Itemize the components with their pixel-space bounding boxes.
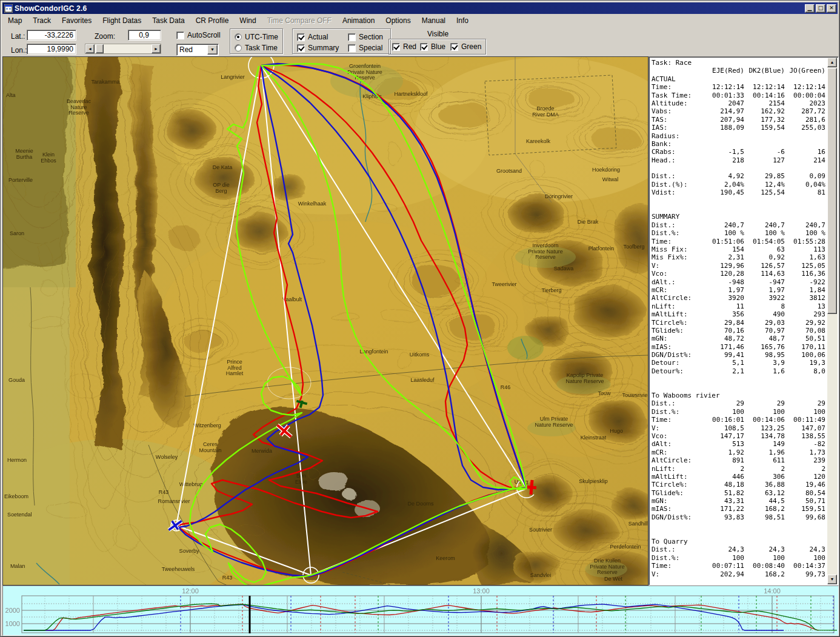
data-row: Detour%:2,11,68,0 <box>652 367 826 375</box>
data-row: mAltLift:446306120 <box>652 473 826 481</box>
checkbox-visible-red[interactable]: Red <box>392 42 416 51</box>
checkbox-icon[interactable] <box>176 32 184 39</box>
checkbox-icon[interactable] <box>297 44 305 52</box>
radio-utc-time[interactable]: UTC-Time <box>235 33 278 41</box>
map-horizontal-scrollbar[interactable]: ◄ ► <box>85 44 161 54</box>
lon-input[interactable]: 19,9990 <box>27 44 76 55</box>
map-place-label: Doringrivier <box>545 193 573 199</box>
map-place-label: Saron <box>10 230 24 236</box>
checkbox-icon[interactable] <box>420 43 428 51</box>
menu-item-track[interactable]: Track <box>27 15 56 27</box>
data-row: CRabs:-1,5-616 <box>652 148 826 156</box>
menu-item-animation[interactable]: Animation <box>337 15 380 27</box>
data-row: DGN/Dist%:93,8398,5199,68 <box>652 513 826 521</box>
radio-icon[interactable] <box>235 44 242 52</box>
data-row: Time:12:12:1412:12:1412:12:14 <box>652 83 826 91</box>
map-place-label: Merwida <box>252 448 272 454</box>
map-place-label: De Doorns <box>407 501 434 507</box>
menu-item-task-data[interactable]: Task Data <box>147 15 190 27</box>
radio-task-time[interactable]: Task Time <box>235 44 278 52</box>
checkbox-icon[interactable] <box>297 33 305 41</box>
checkbox-summary[interactable]: Summary <box>297 44 339 52</box>
checkbox-icon[interactable] <box>392 43 400 51</box>
map-place-label: Tierberg <box>541 287 561 293</box>
data-row: Dist.(%):2,04%12,4%0,04% <box>652 181 826 188</box>
data-row: Vco:147,17134,78138,55 <box>652 432 826 440</box>
map-place-label: Wittebrug <box>179 481 203 487</box>
data-row: TGlide%:51,8263,1280,54 <box>652 489 826 497</box>
map-panel: TarakammaLangrivierGroenfonteinPrivate N… <box>2 56 648 585</box>
data-row: Dist.:292929 <box>652 399 826 407</box>
data-row: Altitude:204721542023 <box>652 99 826 107</box>
map-place-label: Toofberg <box>623 244 644 250</box>
data-row: dAlt:513149-82 <box>652 440 826 448</box>
minimize-button[interactable]: ▁ <box>805 4 815 13</box>
map-place-label: Hugo <box>610 428 623 434</box>
section-header-row: ACTUAL <box>652 75 826 83</box>
hour-tick-label: 12:00 <box>182 587 199 595</box>
scrollbar-thumb[interactable] <box>827 68 837 314</box>
map-place-label: Tweerivier <box>492 281 516 287</box>
dropdown-arrow-icon[interactable]: ▼ <box>207 45 218 55</box>
barogram-panel: 12:0013:0014:0020001000 <box>2 585 839 636</box>
map-canvas[interactable]: TarakammaLangrivierGroenfonteinPrivate N… <box>3 57 648 585</box>
autoscroll-checkbox[interactable]: AutoScroll <box>176 31 221 39</box>
blank-row <box>652 205 826 213</box>
flight-data-text: Task: RaceEJE(Red)DK2(Blue)JO(Green)ACTU… <box>652 59 826 584</box>
checkbox-icon[interactable] <box>348 44 356 52</box>
radio-icon[interactable] <box>235 33 242 41</box>
map-place-label: Kareekolk <box>526 138 551 144</box>
menu-item-manual[interactable]: Manual <box>416 15 451 27</box>
map-place-label: Wolseley <box>156 454 178 460</box>
checkbox-special[interactable]: Special <box>348 44 382 52</box>
data-panel-scrollbar[interactable]: ▲ ▼ <box>827 58 838 584</box>
section-header-row: SUMMARY <box>652 213 826 221</box>
maximize-button[interactable]: □ <box>816 4 825 13</box>
menu-item-info[interactable]: Info <box>451 15 474 27</box>
map-place-label: Grootsand <box>496 168 522 174</box>
menu-item-wind[interactable]: Wind <box>234 15 261 27</box>
barogram-canvas[interactable]: 12:0013:0014:0020001000 <box>3 586 838 635</box>
scroll-up-arrow-icon[interactable]: ▲ <box>827 58 837 67</box>
map-place-label: R43 <box>159 489 169 495</box>
window-title: ShowCondorIGC 2.6 <box>15 4 804 13</box>
map-place-label: R43 <box>222 575 233 581</box>
menu-item-flight-datas[interactable]: Flight Datas <box>97 15 147 27</box>
zoom-input[interactable]: 0,9 <box>128 30 161 41</box>
scroll-right-arrow-icon[interactable]: ► <box>152 44 161 53</box>
menu-item-options[interactable]: Options <box>380 15 416 27</box>
data-row: Time:01:51:0601:54:0501:55:28 <box>652 238 826 245</box>
data-row: mGN:48,7248,750,51 <box>652 335 826 342</box>
checkbox-section[interactable]: Section <box>348 33 383 41</box>
menu-item-cr-profile[interactable]: CR Profile <box>190 15 235 27</box>
checkbox-icon[interactable] <box>450 43 458 51</box>
data-row: Detour:5,13,919,3 <box>652 359 826 367</box>
data-row: Vdist:190,45125,5481 <box>652 188 826 196</box>
data-row: nLift:222 <box>652 465 826 473</box>
zoom-label: Zoom: <box>95 32 115 41</box>
data-row: AltCircle:392039223812 <box>652 294 826 302</box>
checkbox-icon[interactable] <box>348 33 356 41</box>
lat-input[interactable]: -33,2226 <box>27 30 76 41</box>
lat-label: Lat.: <box>11 32 25 41</box>
track-color-dropdown[interactable]: Red ▼ <box>176 44 219 56</box>
menu-item-map[interactable]: Map <box>2 15 27 27</box>
dropdown-value: Red <box>177 45 207 54</box>
scroll-left-arrow-icon[interactable]: ◄ <box>85 44 95 53</box>
map-place-label: Sandhills <box>628 521 648 527</box>
visible-label: Visible <box>427 30 448 38</box>
checkbox-actual[interactable]: Actual <box>297 33 328 41</box>
map-place-label: Hermon <box>7 457 27 463</box>
map-place-label: Alta <box>6 92 16 98</box>
checkbox-visible-blue[interactable]: Blue <box>420 42 445 51</box>
checkbox-visible-green[interactable]: Green <box>450 42 481 51</box>
map-place-label: Sandvlei <box>530 572 552 578</box>
altitude-tick-label: 1000 <box>5 620 20 627</box>
scrollbar-thumb[interactable] <box>96 44 104 53</box>
menu-item-favorites[interactable]: Favorites <box>56 15 97 27</box>
data-row: mCR:1,971,971,84 <box>652 286 826 294</box>
map-place-label: Langrivier <box>221 74 245 80</box>
scroll-down-arrow-icon[interactable]: ▼ <box>827 575 837 584</box>
map-place-label: MeenieBurtha <box>15 148 33 160</box>
close-button[interactable]: ✕ <box>827 4 836 13</box>
